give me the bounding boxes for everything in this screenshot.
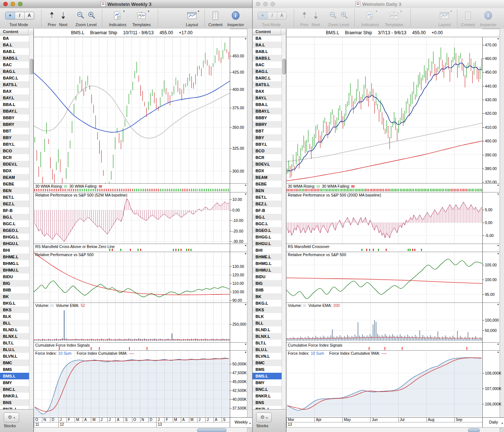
sidebar-item-bk[interactable]: BK	[253, 293, 282, 300]
horizontal-scrollbar-thumb[interactable]	[197, 428, 226, 432]
indicators-button[interactable]: ▾	[113, 11, 122, 21]
sidebar-item-bhgu-l[interactable]: BHGU.L	[253, 240, 282, 247]
sidebar-item-bba-l[interactable]: BBA.L	[253, 101, 282, 108]
sidebar-item-bll[interactable]: BLL	[253, 320, 282, 326]
axis-menu-button[interactable]: ▾	[497, 351, 499, 354]
sidebar-item-bhgg-l[interactable]: BHGG.L	[253, 234, 282, 240]
zoom-in-button[interactable]	[87, 11, 96, 20]
indicators-button[interactable]: ▾	[365, 11, 375, 21]
sidebar-scrollbar[interactable]	[29, 35, 33, 410]
zoom-out-button[interactable]	[76, 11, 85, 20]
sidebar-item-babs-l[interactable]: BABS.L	[253, 55, 282, 61]
rs-panel[interactable]: Relative Performance vs S&P 500	[286, 252, 482, 302]
axis-menu-button[interactable]: ▾	[497, 252, 499, 256]
sidebar-item-bax[interactable]: BAX	[253, 88, 282, 95]
stocks-actions-button[interactable]: ⚙ ▾	[4, 412, 19, 422]
sidebar-item-bks[interactable]: BKS	[253, 307, 282, 313]
sidebar-item-blnd-l[interactable]: BLND.L	[253, 326, 282, 333]
sidebar-header[interactable]: Content	[253, 29, 286, 35]
timeframe-selector[interactable]: Daily▾	[482, 417, 504, 427]
sidebar-item-bll[interactable]: BLL	[0, 320, 29, 326]
sidebar-item-bbt[interactable]: BBT	[0, 128, 29, 134]
sidebar-item-bez-l[interactable]: BEZ.L	[253, 201, 282, 207]
price-chart[interactable]	[34, 37, 230, 183]
sidebar-item-bgeo-l[interactable]: BGEO.L	[253, 227, 282, 234]
resize-grip[interactable]	[500, 427, 504, 432]
prev-button[interactable]	[301, 11, 307, 20]
sidebar-item-bbby[interactable]: BBBY	[253, 114, 282, 121]
axis-menu-button[interactable]: ▾	[497, 244, 499, 248]
sidebar-header[interactable]: Content	[0, 29, 33, 35]
sidebar-item-blt-l[interactable]: BLT.L	[253, 340, 282, 346]
stocks-actions-button[interactable]: ⚙ ▾	[256, 412, 272, 422]
axis-menu-button[interactable]: ▾	[245, 192, 246, 196]
force-index-panel[interactable]: Force Index:10 SumForce Index Cumulative…	[286, 350, 482, 417]
sidebar-item-bax[interactable]: BAX	[0, 88, 29, 95]
tool-mode-segment-1[interactable]: /	[267, 12, 277, 19]
sidebar-item-bdev-l[interactable]: BDEV.L	[253, 161, 282, 167]
sidebar-item-bco[interactable]: BCO	[253, 148, 282, 154]
sidebar-scrollbar[interactable]	[282, 35, 286, 410]
next-button[interactable]	[313, 11, 319, 20]
sidebar-item-blvn-l[interactable]: BLVN.L	[253, 353, 282, 360]
templates-button[interactable]: ▾	[389, 11, 400, 21]
sidebar-item-bmc[interactable]: BMC	[253, 360, 282, 366]
sidebar-item-bhmu-l[interactable]: BHMU.L	[253, 267, 282, 273]
layout-button[interactable]: ▾	[187, 11, 197, 20]
content-button[interactable]	[212, 11, 219, 21]
sidebar-item-bnkr-l[interactable]: BNKR.L	[253, 393, 282, 399]
sidebar-item-bhmu-l[interactable]: BHMU.L	[0, 267, 29, 273]
sidebar-item-bns[interactable]: BNS	[253, 399, 282, 406]
sidebar-item-bhgg-l[interactable]: BHGG.L	[0, 234, 29, 240]
sidebar-item-bhmg-l[interactable]: BHMG.L	[253, 260, 282, 267]
sidebar-item-bmy[interactable]: BMY	[253, 379, 282, 386]
axis-menu-button[interactable]: ▾	[497, 184, 499, 187]
sidebar-item-bks[interactable]: BKS	[0, 307, 29, 313]
sidebar-item-ben[interactable]: BEN	[253, 187, 282, 194]
vertical-scroll-track[interactable]	[247, 29, 252, 427]
sidebar-item-bhgu-l[interactable]: BHGU.L	[0, 240, 29, 247]
tool-mode-segment-1[interactable]: /	[15, 12, 24, 19]
axis-menu-button[interactable]: ▾	[497, 343, 499, 346]
sidebar-item-bms[interactable]: BMS	[0, 366, 29, 373]
next-button[interactable]	[60, 11, 66, 20]
sidebar-item-big[interactable]: BIG	[0, 280, 29, 287]
sidebar-item-bms-l[interactable]: BMS.L	[253, 373, 282, 379]
sidebar-item-bf-b[interactable]: BF-B	[253, 207, 282, 214]
sidebar-item-bats-l[interactable]: BATS.L	[0, 81, 29, 88]
sidebar-item-bms[interactable]: BMS	[253, 366, 282, 373]
sidebar-item-ba-l[interactable]: BA.L	[0, 42, 29, 48]
zoom-out-button[interactable]	[329, 11, 337, 20]
sidebar-item-blk[interactable]: BLK	[253, 313, 282, 320]
tool-mode-segment-0[interactable]: +	[258, 12, 267, 19]
sidebar-item-bebe[interactable]: BEBE	[0, 181, 29, 187]
horizontal-scrollbar-thumb[interactable]	[468, 428, 480, 432]
sidebar-item-bbry[interactable]: BBRY	[0, 121, 29, 128]
sidebar-item-bk[interactable]: BK	[0, 293, 29, 300]
axis-menu-button[interactable]: ▾	[497, 192, 499, 196]
layout-button[interactable]: ▾	[439, 11, 450, 20]
sidebar-item-bkg-l[interactable]: BKG.L	[0, 300, 29, 307]
axis-menu-button[interactable]: ▾	[245, 244, 246, 248]
sidebar-item-bbry[interactable]: BBRY	[253, 121, 282, 128]
sidebar-item-bdx[interactable]: BDX	[0, 167, 29, 174]
resize-grip[interactable]	[247, 427, 252, 432]
horizontal-scrollbar[interactable]	[286, 427, 500, 432]
inspector-button[interactable]: i	[231, 11, 240, 21]
relative-performance-panel[interactable]: Relative Performance vs S&P 500 (52W MA …	[34, 192, 230, 244]
sidebar-item-bg-l[interactable]: BG.L	[253, 214, 282, 220]
sidebar-item-bgc-l[interactable]: BGC.L	[253, 220, 282, 227]
sidebar-scrollbar-thumb[interactable]	[282, 59, 286, 74]
sidebar-item-bcr[interactable]: BCR	[0, 154, 29, 161]
templates-button[interactable]: ▾	[136, 11, 147, 21]
sidebar-item-blvn-l[interactable]: BLVN.L	[0, 353, 29, 360]
sidebar-item-bdx[interactable]: BDX	[253, 167, 282, 174]
horizontal-scrollbar[interactable]	[34, 427, 247, 432]
axis-menu-button[interactable]: ▾	[245, 37, 246, 41]
sidebar-item-bhi[interactable]: BHI	[0, 247, 29, 254]
vertical-scroll-track[interactable]	[500, 29, 504, 427]
sidebar-item-bdev-l[interactable]: BDEV.L	[0, 161, 29, 167]
sidebar-item-bkg-l[interactable]: BKG.L	[253, 300, 282, 307]
axis-menu-button[interactable]: ▾	[497, 37, 499, 41]
sidebar-item-biib[interactable]: BIIB	[0, 287, 29, 293]
